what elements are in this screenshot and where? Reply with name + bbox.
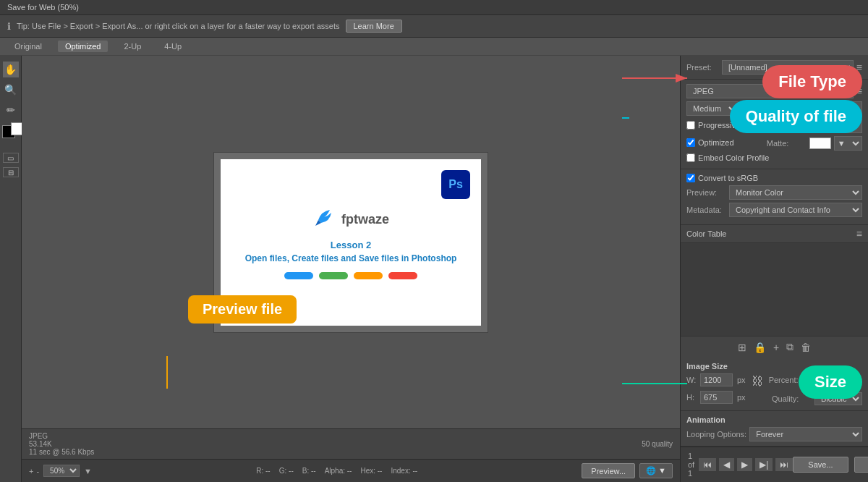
- preview-select[interactable]: Monitor Color: [729, 185, 862, 200]
- color-bar-blue: [284, 272, 313, 279]
- color-table-label: Color Table: [686, 229, 726, 238]
- delete-color-icon[interactable]: 🗑: [799, 339, 812, 355]
- preview-file-callout: Preview file: [188, 295, 297, 324]
- color-settings-section: Convert to sRGB Preview: Monitor Color M…: [681, 169, 868, 225]
- fptwaze-text: fptwaze: [341, 212, 389, 227]
- progressive-checkbox[interactable]: [686, 121, 695, 130]
- animation-title: Animation: [686, 415, 862, 424]
- status-size: 53.14K: [29, 440, 94, 448]
- embed-color-row: Embed Color Profile: [686, 153, 862, 162]
- last-frame-btn[interactable]: ⏭: [775, 458, 793, 471]
- quality-display: 50 quality: [642, 440, 673, 448]
- convert-srgb-label: Convert to sRGB: [698, 174, 758, 182]
- bottom-right-buttons: Preview... 🌐 ▼: [582, 463, 673, 478]
- main-window: Save for Web (50%) ℹ Tip: Use File > Exp…: [0, 0, 868, 482]
- lesson-title: Lesson 2: [331, 240, 371, 250]
- color-info: R: -- G: -- B: -- Alpha: -- Hex: -- Inde…: [256, 467, 417, 475]
- width-input[interactable]: [700, 373, 733, 386]
- g-label: G: --: [279, 467, 294, 475]
- preview-button[interactable]: Preview...: [582, 463, 635, 478]
- alpha-label: Alpha: --: [325, 467, 352, 475]
- color-map-icon[interactable]: ⊞: [736, 339, 748, 355]
- action-row: 1 of 1 ⏮ ◀ ▶ ▶| ⏭ Save... Cancel Done: [681, 447, 868, 482]
- add-icon[interactable]: +: [29, 467, 33, 475]
- bottom-icons: + -: [29, 467, 39, 475]
- tip-bar: ℹ Tip: Use File > Export > Export As... …: [0, 15, 868, 38]
- status-format: JPEG: [29, 432, 94, 440]
- matte-dropdown[interactable]: ▼: [834, 136, 862, 151]
- tab-row: Original Optimized 2-Up 4-Up: [0, 38, 868, 56]
- status-info: JPEG 53.14K 11 sec @ 56.6 Kbps: [29, 432, 94, 456]
- page-controls: 1 of 1 ⏮ ◀ ▶ ▶| ⏭: [688, 452, 793, 478]
- info-icon: ℹ: [7, 21, 11, 32]
- optimized-checkbox[interactable]: [686, 138, 695, 147]
- copy-icon[interactable]: ⧉: [785, 339, 795, 355]
- optimized-row: Optimized Matte: ▼: [686, 136, 862, 151]
- optimized-checkbox-row: Optimized: [686, 138, 734, 147]
- tip-text: Tip: Use File > Export > Export As... or…: [17, 22, 340, 30]
- window-title: Save for Web (50%): [7, 3, 79, 12]
- preset-label: Preset:: [686, 63, 719, 72]
- looping-row: Looping Options: Forever: [686, 427, 862, 441]
- title-bar: Save for Web (50%): [0, 0, 868, 15]
- prev-frame-btn[interactable]: ◀: [719, 458, 734, 471]
- zoom-arrow[interactable]: ▼: [84, 467, 92, 475]
- preview-row: Preview: Monitor Color: [686, 185, 862, 200]
- image-map-tool[interactable]: ▭: [3, 153, 19, 163]
- b-label: B: --: [302, 467, 316, 475]
- annotation-quality: Quality of file: [730, 100, 862, 133]
- cancel-button[interactable]: Cancel: [854, 457, 868, 473]
- left-toolbar: ✋ 🔍 ✏ ▭ ⊟: [0, 56, 22, 482]
- status-bar: JPEG 53.14K 11 sec @ 56.6 Kbps 50 qualit…: [22, 428, 680, 459]
- embed-color-checkbox[interactable]: [686, 153, 695, 162]
- add-color-icon[interactable]: +: [772, 339, 780, 355]
- bottom-toolbar: + - 50% ▼ R: -- G: -- B: -- Alpha: -- He…: [22, 459, 680, 482]
- playback-controls: ⏮ ◀ ▶ ▶| ⏭: [699, 458, 793, 471]
- color-bar-red: [388, 272, 417, 279]
- save-button[interactable]: Save...: [793, 457, 848, 473]
- zoom-tool[interactable]: 🔍: [3, 82, 19, 98]
- first-frame-btn[interactable]: ⏮: [699, 458, 716, 471]
- convert-srgb-checkbox[interactable]: [686, 174, 695, 182]
- height-row: H: px: [686, 391, 746, 404]
- play-btn[interactable]: ▶: [737, 458, 752, 471]
- index-label: Index: --: [391, 467, 417, 475]
- next-frame-btn[interactable]: ▶|: [755, 458, 773, 471]
- color-bar-orange: [354, 272, 383, 279]
- tab-2up[interactable]: 2-Up: [116, 41, 148, 52]
- embed-color-label: Embed Color Profile: [698, 153, 769, 162]
- color-table-menu-icon[interactable]: ≡: [856, 228, 862, 240]
- annotation-size: Size: [799, 365, 862, 399]
- canvas-area: Ps fptwaze Lesson 2: [22, 56, 680, 482]
- status-speed: 11 sec @ 56.6 Kbps: [29, 448, 94, 456]
- tab-optimized[interactable]: Optimized: [58, 41, 109, 52]
- lesson-subtitle: Open files, Create files and Save files …: [245, 253, 457, 263]
- subtract-icon[interactable]: -: [36, 467, 39, 475]
- height-input[interactable]: [700, 391, 733, 404]
- browser-preview-button[interactable]: 🌐 ▼: [639, 463, 673, 478]
- tab-4up[interactable]: 4-Up: [157, 41, 189, 52]
- color-bars: [284, 272, 417, 279]
- fptwaze-logo: fptwaze: [312, 206, 389, 234]
- annotation-filetype: File Type: [762, 65, 862, 98]
- convert-srgb-row: Convert to sRGB: [686, 174, 862, 182]
- eyedropper-tool[interactable]: ✏: [3, 102, 19, 118]
- tab-original[interactable]: Original: [7, 41, 49, 52]
- color-bar-green: [319, 272, 348, 279]
- width-label: W:: [686, 376, 697, 384]
- link-dimensions-icon[interactable]: ⛓: [752, 375, 763, 388]
- slice-tool[interactable]: ⊟: [3, 167, 19, 177]
- lock-icon[interactable]: 🔒: [752, 339, 767, 355]
- matte-swatch[interactable]: [809, 138, 831, 149]
- zoom-select[interactable]: 50%: [43, 465, 80, 477]
- bottom-left: + - 50% ▼: [29, 465, 92, 477]
- metadata-select[interactable]: Copyright and Contact Info: [729, 203, 862, 217]
- color-table-header: Color Table ≡: [681, 225, 868, 243]
- preview-label: Preview:: [686, 188, 726, 197]
- metadata-label: Metadata:: [686, 206, 726, 214]
- hand-tool[interactable]: ✋: [3, 62, 19, 77]
- bird-icon: [312, 206, 336, 234]
- canvas-container: Ps fptwaze Lesson 2: [22, 56, 680, 428]
- looping-select[interactable]: Forever: [749, 427, 862, 441]
- learn-more-button[interactable]: Learn More: [346, 20, 402, 33]
